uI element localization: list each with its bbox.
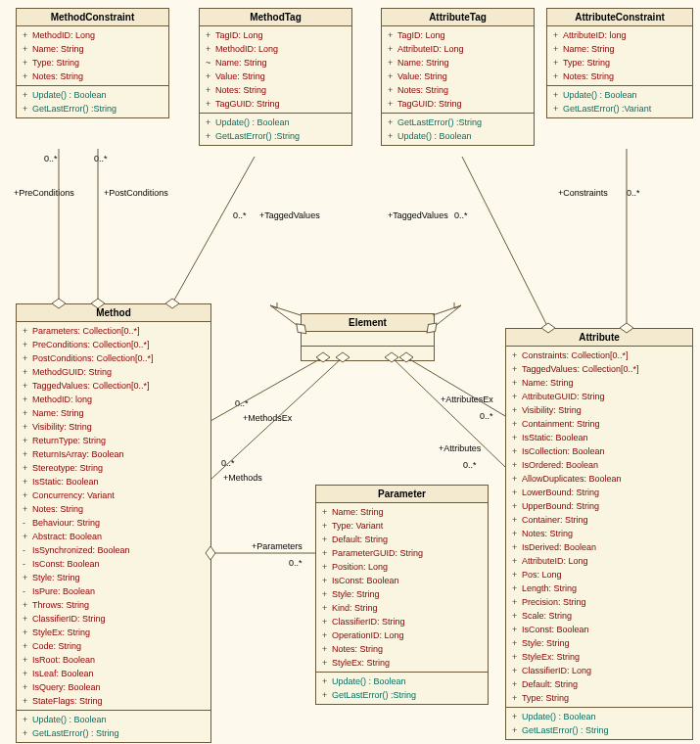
mult-label: 0..* [94, 154, 108, 163]
class-attribute: Attribute +Constraints: Collection[0..*]… [505, 328, 693, 740]
mult-label: 0..* [44, 154, 58, 163]
role-label: +AttributesEx [441, 395, 493, 404]
svg-line-8 [406, 357, 505, 416]
role-label: +PostConditions [104, 188, 168, 198]
class-method: Method +Parameters: Collection[0..*]+Pre… [16, 303, 211, 743]
mult-label: 0..* [480, 411, 493, 421]
mult-label: 0..* [454, 210, 468, 220]
role-label: +Attributes [439, 443, 481, 453]
mult-label: 0..* [289, 558, 303, 568]
mult-label: 0..* [627, 188, 640, 198]
attr-section: +MethodID: Long +Name: String +Type: Str… [17, 26, 168, 86]
role-label: +MethodsEx [243, 413, 292, 423]
class-parameter: Parameter +Name: String+Type: Variant+De… [315, 485, 489, 705]
mult-label: 0..* [233, 210, 247, 220]
mult-label: 0..* [463, 460, 477, 470]
class-title: Method [17, 304, 210, 322]
class-method-constraint: MethodConstraint +MethodID: Long +Name: … [16, 8, 169, 118]
role-label: +PreConditions [14, 188, 74, 198]
role-label: +Constraints [558, 188, 608, 198]
class-title: MethodConstraint [17, 9, 168, 26]
class-title: AttributeTag [382, 9, 534, 26]
mult-label: 0..* [235, 398, 249, 408]
class-attribute-constraint: AttributeConstraint +AttributeID: long +… [546, 8, 693, 118]
role-label: +TaggedValues [259, 210, 320, 220]
class-title: Attribute [506, 329, 692, 347]
class-title: Parameter [316, 486, 488, 503]
class-attribute-tag: AttributeTag +TagID: Long +AttributeID: … [381, 8, 535, 146]
role-label: +Methods [223, 473, 262, 483]
class-title: Element [302, 314, 434, 332]
class-method-tag: MethodTag +TagID: Long +MethodID: Long ~… [199, 8, 352, 146]
role-label: +Parameters [252, 541, 303, 551]
class-element: Element [301, 313, 435, 361]
svg-line-6 [210, 357, 323, 421]
svg-line-4 [462, 157, 548, 328]
role-label: +TaggedValues [388, 210, 448, 220]
svg-line-3 [172, 157, 255, 303]
meth-section: +Update() : Boolean +GetLastError() :Str… [17, 86, 168, 117]
class-title: AttributeConstraint [547, 9, 692, 26]
mult-label: 0..* [221, 458, 235, 468]
class-title: MethodTag [200, 9, 351, 26]
